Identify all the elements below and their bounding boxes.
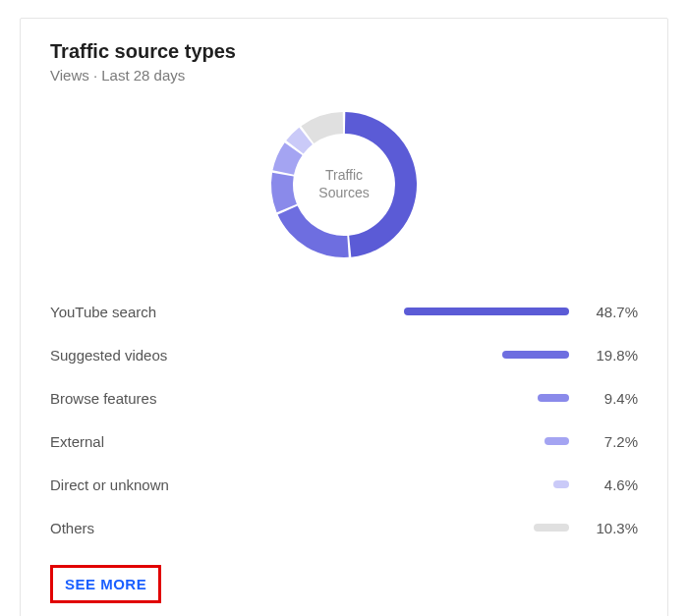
source-row: YouTube search48.7% (50, 290, 638, 333)
card-header: Traffic source types Views · Last 28 day… (50, 40, 638, 84)
source-label: YouTube search (50, 304, 392, 320)
bar-col (392, 308, 569, 315)
see-more-wrap: SEE MORE (50, 565, 638, 603)
source-bar (545, 437, 569, 445)
bar-col (392, 524, 569, 532)
source-bar (538, 394, 569, 402)
source-value: 48.7% (569, 304, 638, 320)
source-row: External7.2% (50, 420, 638, 463)
donut-slice (271, 173, 297, 212)
source-value: 9.4% (569, 390, 638, 407)
see-more-button[interactable]: SEE MORE (50, 565, 161, 603)
source-row: Browse features9.4% (50, 376, 638, 420)
source-label: Direct or unknown (50, 476, 392, 493)
source-label: Browse features (50, 390, 392, 407)
bar-col (392, 351, 569, 359)
source-bar (534, 524, 569, 532)
source-value: 7.2% (569, 433, 638, 450)
donut-slice (278, 205, 349, 257)
donut-center-label-1: Traffic (325, 167, 363, 183)
traffic-source-card: Traffic source types Views · Last 28 day… (20, 18, 668, 616)
source-list: YouTube search48.7%Suggested videos19.8%… (50, 290, 638, 549)
source-label: Suggested videos (50, 347, 392, 364)
bar-col (392, 480, 569, 488)
card-subtitle: Views · Last 28 days (50, 67, 638, 84)
source-bar (404, 308, 569, 315)
source-label: Others (50, 520, 392, 536)
source-value: 10.3% (569, 520, 638, 536)
donut-chart: Traffic Sources (50, 101, 638, 268)
donut-center-label-2: Sources (318, 185, 369, 200)
card-title: Traffic source types (50, 40, 638, 63)
source-bar (502, 351, 569, 359)
bar-col (392, 394, 569, 402)
source-value: 19.8% (569, 347, 638, 364)
source-bar (553, 480, 569, 488)
source-row: Direct or unknown4.6% (50, 463, 638, 506)
source-row: Others10.3% (50, 506, 638, 549)
source-value: 4.6% (569, 476, 638, 493)
source-row: Suggested videos19.8% (50, 333, 638, 376)
donut-svg: Traffic Sources (260, 101, 428, 268)
bar-col (392, 437, 569, 445)
source-label: External (50, 433, 392, 450)
